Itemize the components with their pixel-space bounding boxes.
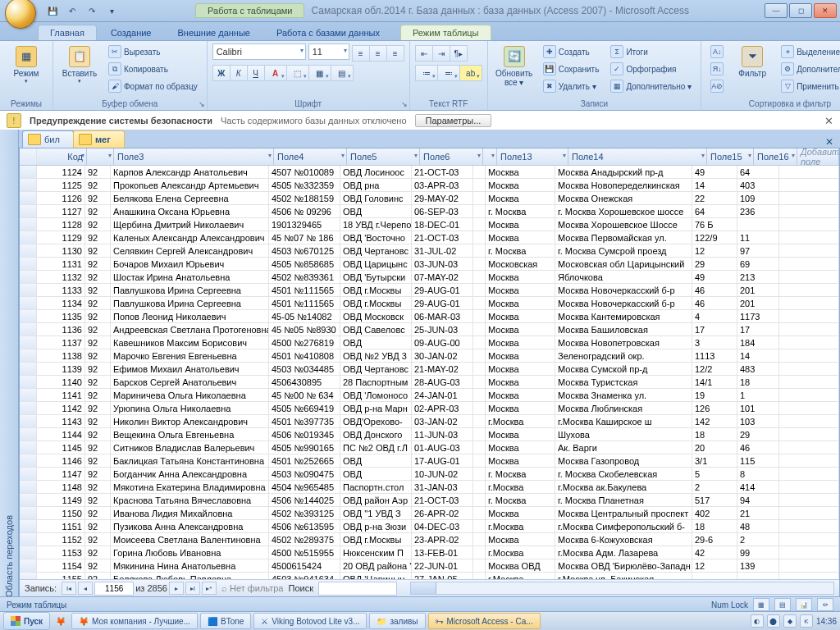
cell[interactable]: 19 xyxy=(692,389,737,401)
cell[interactable]: 45-05 №14082 xyxy=(269,310,340,322)
cell[interactable]: 18-DEC-01 xyxy=(412,218,473,231)
row-selector[interactable] xyxy=(20,336,37,349)
cell[interactable] xyxy=(779,363,839,375)
cell[interactable]: 92 xyxy=(85,533,111,546)
cell[interactable]: Москва Знаменка ул. xyxy=(555,389,692,401)
cell[interactable] xyxy=(779,323,839,336)
cell[interactable]: 01-AUG-03 xyxy=(412,441,473,454)
cell[interactable]: 3 xyxy=(692,336,737,349)
cell[interactable]: 92 xyxy=(85,415,111,427)
cell[interactable]: г.Москва xyxy=(486,520,555,532)
table-row[interactable]: 115392Горина Любовь Ивановна4500 №515955… xyxy=(20,546,839,559)
cell[interactable]: ОВД Чертановс xyxy=(340,244,412,257)
cell[interactable]: Моисеева Светлана Валентиновна xyxy=(111,533,269,546)
cell[interactable]: 49 xyxy=(692,271,737,283)
cell[interactable]: Москва Анадырский пр-д xyxy=(555,166,692,178)
cell[interactable]: Москва xyxy=(486,389,555,401)
cell[interactable]: Москва Новочеркасский б-р xyxy=(555,284,692,296)
cell[interactable]: Богданчик Анна Александровна xyxy=(111,468,269,480)
highlight-button[interactable]: ab xyxy=(460,65,482,81)
cell[interactable] xyxy=(779,166,839,178)
save-record-button[interactable]: 💾Сохранить xyxy=(539,61,604,77)
cell[interactable]: 92 xyxy=(85,284,111,296)
table-row[interactable]: 115092Иванова Лидия Михайловна4502 №3931… xyxy=(20,507,839,520)
cell[interactable]: ПС №2 ОВД г.Л xyxy=(340,441,412,454)
table-row[interactable]: 114492Вещекина Ольга Евгеньевна4506 №019… xyxy=(20,428,839,441)
cell[interactable]: 4500 №515955 xyxy=(269,546,340,559)
doctab-bil[interactable]: бил xyxy=(22,130,74,148)
row-selector[interactable] xyxy=(20,507,37,519)
cell[interactable]: 42 xyxy=(692,546,737,559)
row-selector[interactable] xyxy=(20,271,37,283)
cell[interactable]: Москва Первомайская ул. xyxy=(555,231,692,244)
font-size-combo[interactable]: 11▾ xyxy=(308,43,349,60)
cell[interactable]: 4502 №839361 xyxy=(269,271,340,283)
restore-button[interactable]: ◻ xyxy=(789,3,812,18)
cell[interactable] xyxy=(779,244,839,257)
cell[interactable]: Москва Онежская xyxy=(555,192,692,204)
cell[interactable]: Белякова Елена Сергеевна xyxy=(111,192,269,204)
cell[interactable]: 1173 xyxy=(737,310,779,322)
cell[interactable]: 29 xyxy=(737,428,779,441)
cell[interactable]: ОВД'Орехово- xyxy=(340,415,412,427)
cell[interactable]: Москва xyxy=(486,507,555,519)
cell[interactable]: 4505 №669419 xyxy=(269,402,340,414)
cell-kod[interactable]: 1133 xyxy=(37,284,85,296)
cell[interactable] xyxy=(779,441,839,454)
cell[interactable]: 92 xyxy=(85,546,111,559)
cell[interactable] xyxy=(473,520,486,532)
table-row[interactable]: 113692Андреевская Светлана Протогеновна4… xyxy=(20,323,839,336)
cell[interactable]: 4502 №393125 xyxy=(269,507,340,519)
cell[interactable] xyxy=(779,454,839,467)
cell-kod[interactable]: 1126 xyxy=(37,192,85,204)
col-p6[interactable]: Поле6▾ xyxy=(420,148,483,165)
cell-kod[interactable]: 1148 xyxy=(37,481,85,493)
cell[interactable]: 139 xyxy=(737,559,779,572)
row-selector[interactable] xyxy=(20,363,37,375)
cell-kod[interactable]: 1153 xyxy=(37,546,85,559)
cell[interactable]: Москва xyxy=(486,310,555,322)
cell[interactable]: 03-JAN-02 xyxy=(412,415,473,427)
table-row[interactable]: 115592Белякова Любовь Павловна4503 №9416… xyxy=(20,573,839,579)
cell[interactable]: 4500 №276819 xyxy=(269,336,340,349)
cell[interactable]: Москва xyxy=(486,363,555,375)
cell[interactable] xyxy=(779,402,839,414)
cell[interactable]: 29-AUG-01 xyxy=(412,297,473,309)
cell[interactable]: 04-DEC-03 xyxy=(412,520,473,532)
cell[interactable]: 4503 №090475 xyxy=(269,468,340,480)
cell[interactable] xyxy=(779,310,839,322)
cell[interactable]: 122/9 xyxy=(692,231,737,244)
cell-kod[interactable]: 1131 xyxy=(37,258,85,270)
cell[interactable]: Павлушкова Ирина Сергеевна xyxy=(111,297,269,309)
cell[interactable]: 92 xyxy=(85,494,111,506)
cell[interactable]: 4503 №941634 xyxy=(269,573,340,579)
close-button[interactable]: ✕ xyxy=(814,3,837,18)
cell[interactable]: ОВД р-на Зюзи xyxy=(340,520,412,532)
align-center-button[interactable]: ≡ xyxy=(370,45,387,62)
col-p16[interactable]: Поле16▾ xyxy=(754,148,797,165)
ql-firefox-icon[interactable]: 🦊 xyxy=(52,613,69,629)
cell[interactable]: Урюпина Ольга Николаевна xyxy=(111,402,269,414)
cell[interactable]: 92 xyxy=(85,271,111,283)
table-row[interactable]: 114792Богданчик Анна Александровна4503 №… xyxy=(20,468,839,481)
cell[interactable]: ОВД 'Восточно xyxy=(340,231,412,244)
cell[interactable]: 92 xyxy=(85,297,111,309)
cell[interactable]: 12/2 xyxy=(692,363,737,375)
row-selector[interactable] xyxy=(20,310,37,322)
cell[interactable] xyxy=(779,336,839,349)
sort-desc-button[interactable]: Я↓ xyxy=(706,61,728,77)
cell[interactable] xyxy=(473,468,486,480)
cell-kod[interactable]: 1143 xyxy=(37,415,85,427)
recnav-search-input[interactable] xyxy=(318,582,397,596)
task-1[interactable]: 🦊 Моя компания - Лучшие... xyxy=(71,613,198,629)
col-p5[interactable]: Поле5▾ xyxy=(347,148,420,165)
nav-pane-collapsed[interactable]: Область переходов xyxy=(0,130,19,597)
cell[interactable]: 5 xyxy=(692,468,737,480)
cell[interactable]: Анашкина Оксана Юрьевна xyxy=(111,205,269,217)
table-row[interactable]: 112992Каленых Александр Александрович45 … xyxy=(20,231,839,244)
row-selector[interactable] xyxy=(20,323,37,336)
cell[interactable]: 17 xyxy=(737,323,779,336)
cell-kod[interactable]: 1151 xyxy=(37,520,85,532)
cell[interactable]: г. Москва xyxy=(486,494,555,506)
cell-kod[interactable]: 1129 xyxy=(37,231,85,244)
